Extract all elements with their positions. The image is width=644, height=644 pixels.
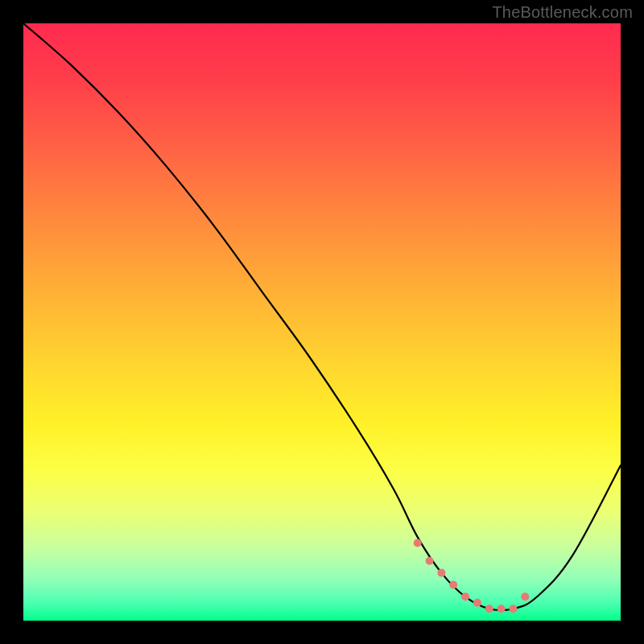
watermark-text: TheBottleneck.com [492, 3, 633, 22]
marker-dot [414, 539, 422, 547]
marker-dot [497, 605, 506, 613]
marker-dot [449, 581, 457, 589]
plot-area [23, 23, 621, 621]
marker-dot [521, 592, 529, 601]
marker-dot [461, 592, 469, 601]
marker-dot [509, 605, 517, 613]
chart-frame: TheBottleneck.com [0, 0, 644, 644]
marker-dot [485, 605, 493, 613]
marker-dot [426, 557, 434, 565]
marker-dot [473, 599, 481, 607]
bottleneck-curve [23, 23, 621, 610]
marker-dot [437, 569, 445, 577]
chart-svg [23, 23, 621, 621]
